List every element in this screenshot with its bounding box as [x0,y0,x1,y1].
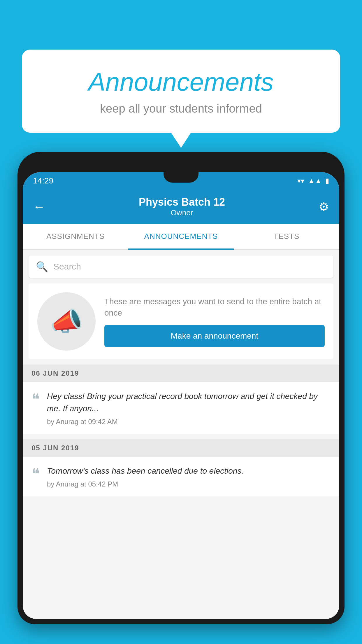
search-icon: 🔍 [36,261,48,272]
bubble-title: Announcements [36,67,326,97]
announcement-meta-1: by Anurag at 09:42 AM [47,418,331,426]
bubble-subtitle: keep all your students informed [36,102,326,115]
phone-container: 14:29 ▾▾ ▲▲ ▮ ← Physics Batch 12 Owner ⚙ [17,152,345,644]
announcement-text-2: Tomorrow's class has been cancelled due … [47,465,331,477]
announcement-content-1: Hey class! Bring your practical record b… [47,390,331,426]
announcement-meta-2: by Anurag at 05:42 PM [47,480,331,488]
megaphone-icon: 📣 [50,306,83,337]
back-button[interactable]: ← [33,200,45,214]
announcement-text-1: Hey class! Bring your practical record b… [47,390,331,415]
search-bar[interactable]: 🔍 Search [29,256,333,278]
announcement-prompt: 📣 These are messages you want to send to… [29,284,333,359]
phone-frame: 14:29 ▾▾ ▲▲ ▮ ← Physics Batch 12 Owner ⚙ [17,152,345,624]
search-placeholder: Search [53,262,81,272]
megaphone-circle: 📣 [37,292,96,351]
status-icons: ▾▾ ▲▲ ▮ [297,177,329,185]
prompt-description: These are messages you want to send to t… [104,296,325,318]
make-announcement-button[interactable]: Make an announcement [104,325,325,347]
wifi-icon: ▾▾ [297,177,304,185]
battery-icon: ▮ [325,177,329,185]
tab-announcements[interactable]: ANNOUNCEMENTS [128,224,234,249]
date-divider-1: 06 JUN 2019 [23,365,339,382]
phone-screen: 14:29 ▾▾ ▲▲ ▮ ← Physics Batch 12 Owner ⚙ [23,172,339,619]
quote-icon-1: ❝ [31,392,40,407]
status-time: 14:29 [33,176,53,186]
quote-icon-2: ❝ [31,466,40,482]
speech-bubble-container: Announcements keep all your students inf… [22,50,340,133]
tab-assignments[interactable]: ASSIGNMENTS [23,224,128,249]
announcement-item-2[interactable]: ❝ Tomorrow's class has been cancelled du… [23,457,339,496]
header-title: Physics Batch 12 [139,196,225,208]
signal-icon: ▲▲ [308,177,322,185]
header-center: Physics Batch 12 Owner [139,196,225,217]
date-divider-2: 05 JUN 2019 [23,439,339,457]
phone-notch [164,172,198,183]
announcement-item-1[interactable]: ❝ Hey class! Bring your practical record… [23,382,339,434]
tab-bar: ASSIGNMENTS ANNOUNCEMENTS TESTS [23,224,339,250]
prompt-right: These are messages you want to send to t… [104,296,325,347]
app-header: ← Physics Batch 12 Owner ⚙ [23,190,339,224]
announcement-content-2: Tomorrow's class has been cancelled due … [47,465,331,488]
header-subtitle: Owner [139,208,225,217]
settings-icon[interactable]: ⚙ [319,200,329,214]
speech-bubble: Announcements keep all your students inf… [22,50,340,133]
tab-tests[interactable]: TESTS [234,224,339,249]
